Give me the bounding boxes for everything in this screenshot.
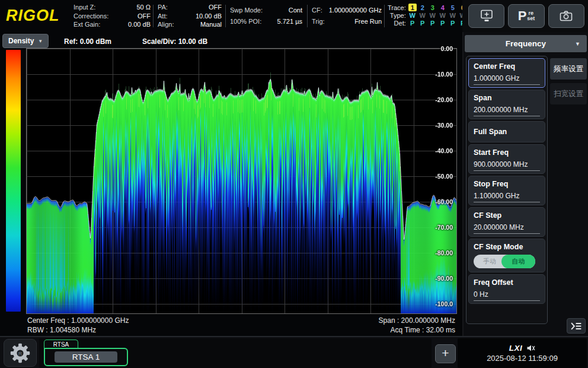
cf-trigger-group: CF:1.000000000 GHz Trig:Free Run	[312, 2, 382, 30]
rtsa-mode-tab[interactable]: RTSA	[44, 340, 78, 348]
info-label: Input Z:	[74, 3, 95, 12]
center-freq-value[interactable]: 1.000000 GHz	[474, 74, 540, 85]
cf-step-value[interactable]: 20.000000 MHz	[474, 223, 540, 234]
spectrum-panel: Density ▼ Ref: 0.00 dBm Scale/Div: 10.00…	[0, 32, 462, 336]
trace-4[interactable]: 4	[441, 4, 445, 11]
gear-icon: R	[9, 342, 31, 364]
preset-label: Preset	[518, 8, 535, 24]
trace-indicators: Trace:123456Type:WWWWWWDet:PPPPPP	[388, 4, 461, 27]
input-settings-group: Input Z:50 Ω Corrections:OFF Ext Gain:0.…	[74, 2, 151, 30]
spectrum-display	[26, 48, 457, 314]
trace-type-4[interactable]: W	[440, 12, 446, 19]
tab-frequency-settings[interactable]: 频率设置	[550, 58, 587, 80]
camera-icon	[558, 9, 574, 23]
info-label: Ext Gain:	[74, 20, 100, 29]
menu-item-center-freq[interactable]: Center Freq 1.000000 GHz	[468, 58, 545, 88]
menu-expand-icon	[570, 322, 582, 331]
ref-level-text: Ref: 0.00 dBm	[64, 37, 111, 46]
trace-type-2[interactable]: W	[420, 12, 426, 19]
trace-det-2[interactable]: P	[420, 20, 424, 27]
status-header: RIGOL Input Z:50 Ω Corrections:OFF Ext G…	[0, 0, 462, 32]
menu-title-label: Frequency	[506, 39, 546, 48]
screenshot-button[interactable]	[548, 4, 584, 28]
info-value: 50 Ω	[136, 3, 151, 12]
start-freq-value[interactable]: 900.000000 MHz	[474, 160, 540, 171]
task-bar: R RTSA RTSA 1 + LXI 2025-08-12 11:59:09	[0, 336, 588, 368]
info-value: OFF	[138, 12, 151, 21]
info-label: 100% POI:	[230, 16, 261, 27]
center-freq-annotation: Center Freq : 1.000000000 GHz	[27, 316, 129, 325]
cf-step-mode-toggle[interactable]: 手动 自动	[474, 255, 535, 268]
chevron-down-icon: ▼	[38, 39, 43, 44]
freq-offset-value[interactable]: 0 Hz	[474, 290, 540, 301]
trace-type-5[interactable]: W	[450, 12, 456, 19]
trace-type-1[interactable]: W	[410, 12, 416, 19]
density-colorbar	[6, 50, 21, 312]
divider	[153, 5, 154, 27]
menu-expand-button[interactable]	[567, 318, 586, 334]
info-label: Swp Mode:	[230, 5, 263, 16]
trace-1[interactable]: 1	[408, 4, 417, 11]
system-gear-button[interactable]: R	[4, 339, 37, 367]
trace-type-3[interactable]: W	[430, 12, 436, 19]
trace-det-4[interactable]: P	[440, 20, 445, 27]
menu-item-stop-freq[interactable]: Stop Freq 1.100000 GHz	[468, 176, 545, 205]
span-value[interactable]: 200.000000 MHz	[474, 106, 540, 116]
trace-3[interactable]: 3	[431, 4, 434, 11]
trace-det-1[interactable]: P	[410, 20, 414, 27]
divider	[307, 5, 308, 27]
menu-item-full-span[interactable]: Full Span	[468, 121, 545, 142]
info-label: Trig:	[312, 16, 325, 27]
rbw-annotation: RBW : 1.004580 MHz	[27, 326, 96, 334]
toggle-auto-option[interactable]: 自动	[501, 255, 535, 268]
tab-span-settings[interactable]: 扫宽设置	[550, 83, 587, 104]
rigol-rtsa-screen: RIGOL Input Z:50 Ω Corrections:OFF Ext G…	[0, 0, 588, 368]
system-status[interactable]: LXI 2025-08-12 11:59:09	[458, 338, 587, 368]
info-value: Free Run	[354, 16, 382, 27]
menu-item-freq-offset[interactable]: Freq Offset 0 Hz	[468, 274, 545, 304]
trace-2[interactable]: 2	[421, 4, 424, 11]
preset-button[interactable]: Preset	[508, 4, 544, 28]
span-annotation: Span : 200.000000 MHz	[379, 316, 455, 325]
density-dropdown[interactable]: Density ▼	[2, 34, 49, 48]
add-task-button[interactable]: +	[435, 344, 456, 363]
trace-row-label: Trace:	[388, 4, 407, 11]
sweep-group: Swp Mode:Cont 100% POI:5.721 µs	[230, 2, 302, 30]
trace-det-5[interactable]: P	[450, 20, 455, 27]
datetime: 2025-08-12 11:59:09	[487, 354, 558, 363]
task-strip: RTSA RTSA 1	[39, 338, 432, 368]
menu-item-cf-step-mode[interactable]: CF Step Mode 手动 自动	[468, 239, 545, 272]
scale-div-text: Scale/Div: 10.00 dB	[142, 37, 207, 46]
info-value: Cont	[289, 5, 302, 16]
info-value: 5.721 µs	[277, 16, 302, 27]
lxi-row: LXI	[509, 344, 536, 353]
menu-items: Center Freq 1.000000 GHz Span 200.000000…	[466, 56, 548, 324]
attenuation-group: PA:OFF Att:10.00 dB Align:Manual	[158, 2, 222, 30]
trace-row-label: Type:	[390, 12, 407, 19]
speaker-muted-icon	[526, 344, 535, 352]
divider	[225, 5, 226, 27]
svg-text:R: R	[18, 350, 23, 356]
toggle-manual-option[interactable]: 手动	[474, 255, 506, 268]
stop-freq-value[interactable]: 1.100000 GHz	[474, 192, 540, 202]
trace-det-3[interactable]: P	[430, 20, 434, 27]
menu-item-cf-step[interactable]: CF Step 20.000000 MHz	[468, 207, 545, 237]
rtsa-task-label: RTSA 1	[55, 351, 117, 363]
chevron-down-icon: ▼	[575, 41, 580, 47]
rtsa-task-button[interactable]: RTSA 1	[44, 348, 128, 366]
menu-title-dropdown[interactable]: Frequency ▼	[465, 35, 587, 52]
multi-view-icon	[479, 9, 494, 23]
frequency-menu-sidebar: Frequency ▼ Center Freq 1.000000 GHz Spa…	[462, 32, 588, 336]
info-value: Manual	[200, 20, 222, 29]
info-label: Corrections:	[74, 12, 108, 21]
rigol-logo: RIGOL	[6, 7, 60, 25]
info-value: 1.000000000 GHz	[329, 5, 382, 16]
menu-item-span[interactable]: Span 200.000000 MHz	[468, 90, 545, 119]
trace-5[interactable]: 5	[451, 4, 455, 11]
menu-item-start-freq[interactable]: Start Freq 900.000000 MHz	[468, 144, 545, 174]
info-value: 10.00 dB	[196, 12, 222, 21]
info-label: PA:	[158, 3, 168, 12]
multi-view-button[interactable]	[468, 4, 504, 28]
info-label: CF:	[312, 5, 322, 16]
acq-time-annotation: Acq Time : 32.00 ms	[391, 326, 455, 334]
